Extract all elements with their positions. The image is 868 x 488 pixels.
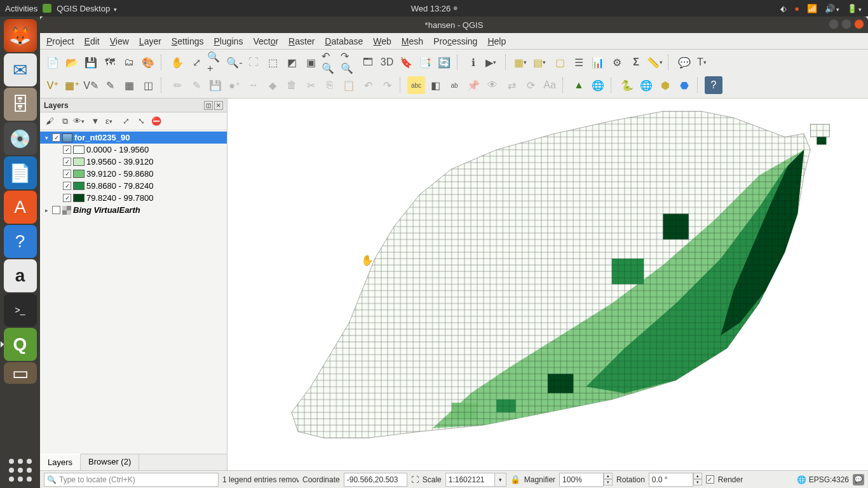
legend-class-row[interactable]: ✓ 59.8680 - 79.8240 <box>40 180 227 192</box>
window-minimize-button[interactable] <box>829 19 839 29</box>
measure-line-button[interactable]: 📏▾ <box>646 53 664 71</box>
crs-label[interactable]: EPSG:4326 <box>809 475 849 484</box>
remove-layer-button[interactable]: ⛔ <box>149 114 163 128</box>
processing-toolbox-button[interactable]: ⚙ <box>608 53 626 71</box>
filter-legend-button[interactable]: ▼ <box>88 114 102 128</box>
class-visibility-checkbox[interactable]: ✓ <box>63 182 71 190</box>
redo-button[interactable]: ↷ <box>378 76 396 94</box>
magnifier-spinner[interactable]: ▴▾ <box>604 473 613 487</box>
layer-row-for_nt0235_90[interactable]: ▾ ✓ for_nt0235_90 <box>40 132 227 144</box>
menu-raster[interactable]: Raster <box>288 36 315 46</box>
open-project-button[interactable]: 📂 <box>63 53 81 71</box>
launcher-software[interactable]: A <box>4 191 37 224</box>
zoom-next-button[interactable]: ↷🔍 <box>340 53 358 71</box>
menu-edit[interactable]: Edit <box>85 36 100 46</box>
layer-style-button[interactable]: 🖌 <box>43 114 57 128</box>
open-attribute-table-button[interactable]: ☰ <box>570 53 588 71</box>
expand-all-button[interactable]: ⤢ <box>119 114 133 128</box>
rotation-spinner[interactable]: ▴▾ <box>693 473 702 487</box>
help-button[interactable]: ? <box>705 76 722 94</box>
show-applications-button[interactable] <box>5 455 36 485</box>
new-virtual-layer-button[interactable]: ◫ <box>139 76 157 94</box>
new-print-layout-button[interactable]: 🗺 <box>101 53 119 71</box>
zoom-to-selection-button[interactable]: ◩ <box>283 53 301 71</box>
new-spatialite-button[interactable]: ▦ <box>120 76 138 94</box>
launcher-firefox[interactable]: 🦊 <box>4 19 37 52</box>
scale-dropdown-button[interactable]: ▾ <box>495 473 506 487</box>
current-edits-button[interactable]: ✎ <box>187 76 205 94</box>
move-feature-button[interactable]: ↔ <box>245 76 262 94</box>
launcher-qgis[interactable]: Q <box>4 328 37 361</box>
legend-class-row[interactable]: ✓ 79.8240 - 99.7800 <box>40 192 227 204</box>
tab-layers[interactable]: Layers <box>40 454 81 470</box>
messages-log-button[interactable]: 💬 <box>853 474 864 485</box>
window-maximize-button[interactable] <box>841 19 851 29</box>
class-visibility-checkbox[interactable]: ✓ <box>63 170 71 178</box>
panel-float-button[interactable]: ◫ <box>204 101 213 110</box>
locator-input[interactable]: 🔍 Type to locate (Ctrl+K) <box>44 473 219 487</box>
add-feature-button[interactable]: ●⁺ <box>226 76 243 94</box>
dropbox-tray-icon[interactable]: ⬖ <box>780 4 787 13</box>
class-visibility-checkbox[interactable]: ✓ <box>63 146 71 154</box>
rotation-field[interactable]: 0.0 ° <box>649 473 693 487</box>
window-close-button[interactable] <box>854 19 864 29</box>
delete-selected-button[interactable]: 🗑 <box>283 76 301 94</box>
map-canvas[interactable]: ✋ <box>227 98 868 470</box>
menu-layer[interactable]: Layer <box>139 36 161 46</box>
expand-icon[interactable]: ▾ <box>43 135 50 141</box>
plugin-topology-button[interactable]: ⬢ <box>656 76 674 94</box>
statistical-summary-button[interactable]: Σ <box>627 53 645 71</box>
launcher-show-desktop[interactable]: ▭ <box>4 362 37 384</box>
maptips-button[interactable]: 💬 <box>675 53 693 71</box>
add-raster-layer-button[interactable]: ▦⁺ <box>63 76 81 94</box>
activities-button[interactable]: Activities <box>5 4 37 13</box>
deselect-button[interactable]: ▢ <box>551 53 569 71</box>
copy-features-button[interactable]: ⎘ <box>321 76 339 94</box>
new-map-view-button[interactable]: 🗔 <box>359 53 377 71</box>
coordinate-field[interactable]: -90.566,20.503 <box>344 473 407 487</box>
launcher-amazon[interactable]: a <box>4 259 37 292</box>
menu-database[interactable]: Database <box>325 36 363 46</box>
launcher-help[interactable]: ? <box>4 225 37 258</box>
plugin-web-button[interactable]: 🌐 <box>637 76 655 94</box>
python-console-button[interactable]: 🐍 <box>618 76 636 94</box>
paste-features-button[interactable]: 📋 <box>340 76 358 94</box>
zoom-in-button[interactable]: 🔍+ <box>207 53 224 71</box>
show-layout-manager-button[interactable]: 🗂 <box>120 53 138 71</box>
menu-vector[interactable]: Vector <box>253 36 278 46</box>
show-hide-label-button[interactable]: 👁 <box>484 76 501 94</box>
field-calculator-button[interactable]: 📊 <box>589 53 607 71</box>
select-features-button[interactable]: ▦▾ <box>513 53 531 71</box>
menu-project[interactable]: Project <box>46 36 74 46</box>
pan-to-selection-button[interactable]: ⤢ <box>187 53 205 71</box>
menu-processing[interactable]: Processing <box>433 36 477 46</box>
scale-lock-icon[interactable]: 🔒 <box>510 475 520 484</box>
move-label-button[interactable]: ⇄ <box>503 76 520 94</box>
show-bookmarks-button[interactable]: 📑 <box>416 53 434 71</box>
window-titlebar[interactable]: *hansen - QGIS <box>40 17 868 33</box>
new-bookmark-button[interactable]: 🔖 <box>397 53 415 71</box>
layers-panel-header[interactable]: Layers ◫ ✕ <box>40 98 227 112</box>
grass-tools-button[interactable]: ▲ <box>570 76 588 94</box>
record-indicator-icon[interactable]: ● <box>794 4 799 13</box>
zoom-to-layer-button[interactable]: ▣ <box>302 53 320 71</box>
toggle-editing-button[interactable]: ✏ <box>168 76 186 94</box>
magnifier-field[interactable]: 100% <box>559 473 604 487</box>
style-manager-button[interactable]: 🎨 <box>139 53 157 71</box>
cut-features-button[interactable]: ✂ <box>302 76 320 94</box>
menu-help[interactable]: Help <box>487 36 506 46</box>
app-menu[interactable]: QGIS Desktop ▾ <box>57 4 116 13</box>
node-tool-button[interactable]: ◆ <box>264 76 281 94</box>
text-annotation-button[interactable]: T▾ <box>695 53 712 71</box>
highlight-label-button[interactable]: ab <box>445 76 463 94</box>
new-geopackage-button[interactable]: ✎ <box>101 76 119 94</box>
layer-row-bing[interactable]: ▸ Bing VirtualEarth <box>40 204 227 216</box>
metasearch-button[interactable]: 🌐 <box>589 76 607 94</box>
render-checkbox[interactable]: ✓ <box>706 475 714 484</box>
layer-visibility-checkbox[interactable]: ✓ <box>52 133 60 142</box>
save-project-button[interactable]: 💾 <box>82 53 100 71</box>
crs-icon[interactable]: 🌐 <box>797 475 806 484</box>
new-shapefile-button[interactable]: V✎ <box>82 76 100 94</box>
collapse-all-button[interactable]: ⤡ <box>134 114 148 128</box>
change-label-button[interactable]: Aa <box>541 76 559 94</box>
